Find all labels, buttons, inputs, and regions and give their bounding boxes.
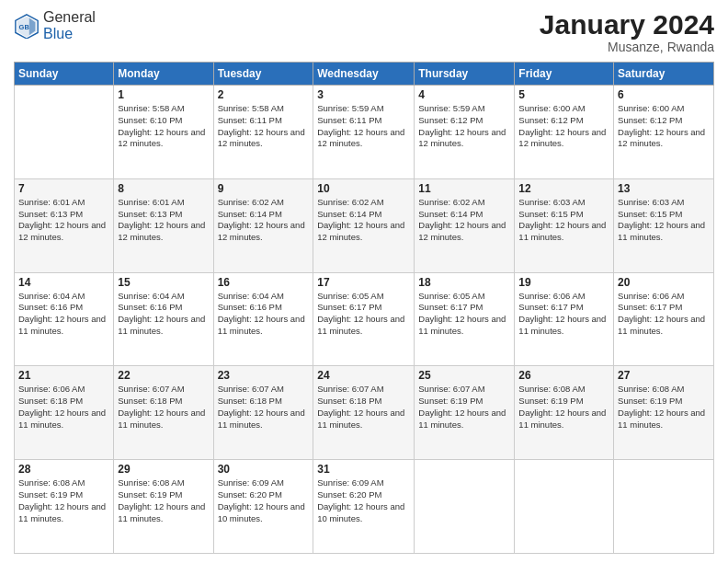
day-number: 22 bbox=[118, 369, 209, 382]
title-block: January 2024 Musanze, Rwanda bbox=[540, 9, 714, 54]
day-detail: Sunrise: 6:06 AMSunset: 6:18 PMDaylight:… bbox=[18, 384, 109, 431]
calendar-cell: 30Sunrise: 6:09 AMSunset: 6:20 PMDayligh… bbox=[213, 460, 313, 554]
day-detail: Sunrise: 6:01 AMSunset: 6:13 PMDaylight:… bbox=[18, 197, 109, 244]
day-detail: Sunrise: 6:07 AMSunset: 6:18 PMDaylight:… bbox=[218, 384, 310, 431]
day-number: 19 bbox=[518, 276, 609, 289]
calendar-cell: 7Sunrise: 6:01 AMSunset: 6:13 PMDaylight… bbox=[15, 178, 114, 272]
day-detail: Sunrise: 6:02 AMSunset: 6:14 PMDaylight:… bbox=[317, 197, 410, 244]
col-sunday: Sunday bbox=[15, 63, 114, 86]
calendar-location: Musanze, Rwanda bbox=[540, 40, 714, 54]
day-detail: Sunrise: 6:05 AMSunset: 6:17 PMDaylight:… bbox=[418, 291, 510, 338]
day-detail: Sunrise: 6:06 AMSunset: 6:17 PMDaylight:… bbox=[618, 291, 710, 338]
svg-text:GB: GB bbox=[19, 23, 30, 31]
day-number: 23 bbox=[218, 369, 310, 382]
day-number: 18 bbox=[418, 276, 510, 289]
day-detail: Sunrise: 6:02 AMSunset: 6:14 PMDaylight:… bbox=[218, 197, 310, 244]
calendar-cell: 1Sunrise: 5:58 AMSunset: 6:10 PMDaylight… bbox=[114, 86, 213, 179]
calendar-week-2: 7Sunrise: 6:01 AMSunset: 6:13 PMDaylight… bbox=[15, 178, 714, 272]
calendar-week-5: 28Sunrise: 6:08 AMSunset: 6:19 PMDayligh… bbox=[15, 460, 714, 554]
logo: GB General Blue bbox=[14, 9, 96, 42]
calendar-cell: 16Sunrise: 6:04 AMSunset: 6:16 PMDayligh… bbox=[213, 272, 313, 366]
day-number: 30 bbox=[218, 463, 310, 476]
day-number: 13 bbox=[618, 182, 710, 195]
day-detail: Sunrise: 5:59 AMSunset: 6:11 PMDaylight:… bbox=[317, 103, 410, 150]
calendar-cell: 2Sunrise: 5:58 AMSunset: 6:11 PMDaylight… bbox=[213, 86, 313, 179]
day-number: 21 bbox=[18, 369, 109, 382]
day-number: 6 bbox=[618, 88, 710, 101]
day-detail: Sunrise: 6:08 AMSunset: 6:19 PMDaylight:… bbox=[518, 384, 609, 431]
day-number: 26 bbox=[518, 369, 609, 382]
day-detail: Sunrise: 5:59 AMSunset: 6:12 PMDaylight:… bbox=[418, 103, 510, 150]
calendar-cell: 21Sunrise: 6:06 AMSunset: 6:18 PMDayligh… bbox=[15, 366, 114, 460]
day-detail: Sunrise: 5:58 AMSunset: 6:11 PMDaylight:… bbox=[218, 103, 310, 150]
day-number: 10 bbox=[317, 182, 410, 195]
day-detail: Sunrise: 6:02 AMSunset: 6:14 PMDaylight:… bbox=[418, 197, 510, 244]
calendar-cell: 23Sunrise: 6:07 AMSunset: 6:18 PMDayligh… bbox=[213, 366, 313, 460]
day-number: 14 bbox=[18, 276, 109, 289]
day-detail: Sunrise: 5:58 AMSunset: 6:10 PMDaylight:… bbox=[118, 103, 209, 150]
day-number: 1 bbox=[118, 88, 209, 101]
calendar-cell: 19Sunrise: 6:06 AMSunset: 6:17 PMDayligh… bbox=[515, 272, 614, 366]
calendar-cell: 22Sunrise: 6:07 AMSunset: 6:18 PMDayligh… bbox=[114, 366, 213, 460]
day-number: 27 bbox=[618, 369, 710, 382]
calendar-cell: 11Sunrise: 6:02 AMSunset: 6:14 PMDayligh… bbox=[415, 178, 515, 272]
calendar-page: GB General Blue January 2024 Musanze, Rw… bbox=[0, 0, 728, 563]
day-number: 17 bbox=[317, 276, 410, 289]
day-detail: Sunrise: 6:09 AMSunset: 6:20 PMDaylight:… bbox=[317, 477, 410, 524]
calendar-cell bbox=[15, 86, 114, 179]
day-detail: Sunrise: 6:01 AMSunset: 6:13 PMDaylight:… bbox=[118, 197, 209, 244]
day-detail: Sunrise: 6:09 AMSunset: 6:20 PMDaylight:… bbox=[218, 477, 310, 524]
calendar-cell: 15Sunrise: 6:04 AMSunset: 6:16 PMDayligh… bbox=[114, 272, 213, 366]
calendar-cell: 24Sunrise: 6:07 AMSunset: 6:18 PMDayligh… bbox=[313, 366, 415, 460]
day-detail: Sunrise: 6:07 AMSunset: 6:19 PMDaylight:… bbox=[418, 384, 510, 431]
calendar-cell: 5Sunrise: 6:00 AMSunset: 6:12 PMDaylight… bbox=[515, 86, 614, 179]
day-detail: Sunrise: 6:07 AMSunset: 6:18 PMDaylight:… bbox=[317, 384, 410, 431]
calendar-cell: 3Sunrise: 5:59 AMSunset: 6:11 PMDaylight… bbox=[313, 86, 415, 179]
calendar-cell: 25Sunrise: 6:07 AMSunset: 6:19 PMDayligh… bbox=[415, 366, 515, 460]
day-number: 28 bbox=[18, 463, 109, 476]
calendar-cell: 13Sunrise: 6:03 AMSunset: 6:15 PMDayligh… bbox=[614, 178, 714, 272]
day-number: 7 bbox=[18, 182, 109, 195]
calendar-cell: 28Sunrise: 6:08 AMSunset: 6:19 PMDayligh… bbox=[15, 460, 114, 554]
day-detail: Sunrise: 6:08 AMSunset: 6:19 PMDaylight:… bbox=[18, 477, 109, 524]
calendar-cell: 26Sunrise: 6:08 AMSunset: 6:19 PMDayligh… bbox=[515, 366, 614, 460]
day-number: 9 bbox=[218, 182, 310, 195]
day-number: 31 bbox=[317, 463, 410, 476]
logo-icon: GB bbox=[14, 13, 40, 39]
day-number: 25 bbox=[418, 369, 510, 382]
day-number: 8 bbox=[118, 182, 209, 195]
col-friday: Friday bbox=[515, 63, 614, 86]
day-detail: Sunrise: 6:06 AMSunset: 6:17 PMDaylight:… bbox=[518, 291, 609, 338]
day-detail: Sunrise: 6:03 AMSunset: 6:15 PMDaylight:… bbox=[518, 197, 609, 244]
calendar-cell: 14Sunrise: 6:04 AMSunset: 6:16 PMDayligh… bbox=[15, 272, 114, 366]
col-tuesday: Tuesday bbox=[213, 63, 313, 86]
day-number: 12 bbox=[518, 182, 609, 195]
day-number: 2 bbox=[218, 88, 310, 101]
day-detail: Sunrise: 6:08 AMSunset: 6:19 PMDaylight:… bbox=[118, 477, 209, 524]
calendar-cell: 12Sunrise: 6:03 AMSunset: 6:15 PMDayligh… bbox=[515, 178, 614, 272]
day-detail: Sunrise: 6:00 AMSunset: 6:12 PMDaylight:… bbox=[518, 103, 609, 150]
calendar-cell: 6Sunrise: 6:00 AMSunset: 6:12 PMDaylight… bbox=[614, 86, 714, 179]
calendar-cell: 17Sunrise: 6:05 AMSunset: 6:17 PMDayligh… bbox=[313, 272, 415, 366]
day-detail: Sunrise: 6:04 AMSunset: 6:16 PMDaylight:… bbox=[118, 291, 209, 338]
calendar-cell: 9Sunrise: 6:02 AMSunset: 6:14 PMDaylight… bbox=[213, 178, 313, 272]
day-number: 11 bbox=[418, 182, 510, 195]
day-number: 4 bbox=[418, 88, 510, 101]
calendar-header-row: Sunday Monday Tuesday Wednesday Thursday… bbox=[15, 63, 714, 86]
day-detail: Sunrise: 6:03 AMSunset: 6:15 PMDaylight:… bbox=[618, 197, 710, 244]
col-wednesday: Wednesday bbox=[313, 63, 415, 86]
calendar-week-4: 21Sunrise: 6:06 AMSunset: 6:18 PMDayligh… bbox=[15, 366, 714, 460]
day-detail: Sunrise: 6:07 AMSunset: 6:18 PMDaylight:… bbox=[118, 384, 209, 431]
calendar-cell: 29Sunrise: 6:08 AMSunset: 6:19 PMDayligh… bbox=[114, 460, 213, 554]
calendar-title: January 2024 bbox=[540, 9, 714, 40]
calendar-week-1: 1Sunrise: 5:58 AMSunset: 6:10 PMDaylight… bbox=[15, 86, 714, 179]
header: GB General Blue January 2024 Musanze, Rw… bbox=[14, 9, 714, 54]
calendar-cell: 31Sunrise: 6:09 AMSunset: 6:20 PMDayligh… bbox=[313, 460, 415, 554]
day-detail: Sunrise: 6:00 AMSunset: 6:12 PMDaylight:… bbox=[618, 103, 710, 150]
day-detail: Sunrise: 6:04 AMSunset: 6:16 PMDaylight:… bbox=[18, 291, 109, 338]
day-number: 3 bbox=[317, 88, 410, 101]
col-monday: Monday bbox=[114, 63, 213, 86]
calendar-cell: 4Sunrise: 5:59 AMSunset: 6:12 PMDaylight… bbox=[415, 86, 515, 179]
day-number: 15 bbox=[118, 276, 209, 289]
calendar-cell: 27Sunrise: 6:08 AMSunset: 6:19 PMDayligh… bbox=[614, 366, 714, 460]
